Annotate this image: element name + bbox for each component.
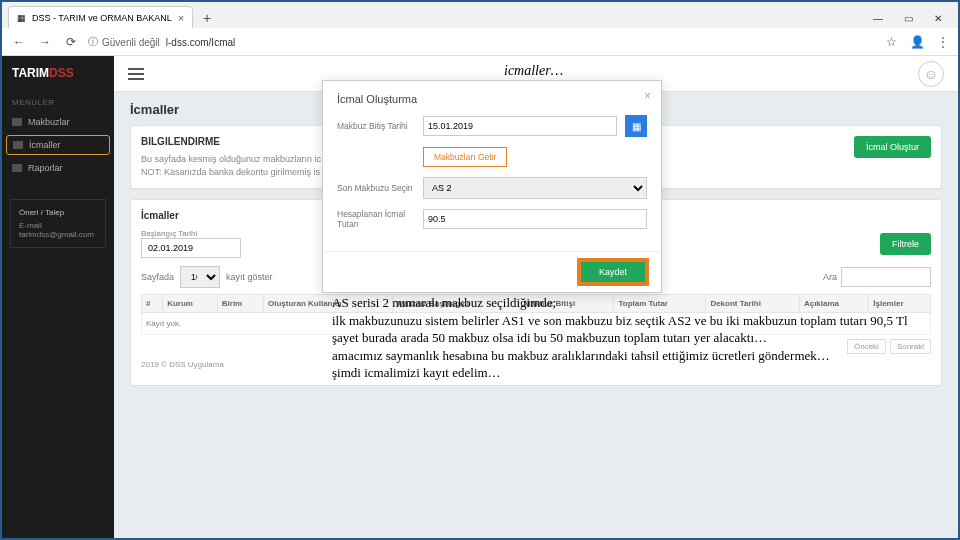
forward-button[interactable]: → — [36, 33, 54, 51]
total-input[interactable] — [423, 209, 647, 229]
fetch-receipts-button[interactable]: Makbuzları Getir — [423, 147, 507, 167]
list-icon — [12, 164, 22, 172]
annotation-title: icmaller… — [504, 62, 563, 81]
url-text: l-dss.com/Icmal — [166, 37, 235, 48]
menu-header: MENÜLER — [2, 94, 114, 111]
support-box: Öneri / Talep E-mail tarimdss@gmail.com — [10, 199, 106, 248]
list-icon — [13, 141, 23, 149]
modal-title: İcmal Oluşturma — [337, 93, 647, 105]
browser-tab[interactable]: ▦ DSS - TARIM ve ORMAN BAKANL × — [8, 6, 193, 28]
per-page-select[interactable]: 10 — [180, 266, 220, 288]
maximize-button[interactable]: ▭ — [894, 8, 922, 28]
annotation-body: AS serisi 2 numaralı makbuz seçildiğimde… — [332, 294, 932, 382]
last-receipt-label: Son Makbuzu Seçin — [337, 183, 415, 193]
sidebar: TARIMDSS MENÜLER Makbuzlar İcmaller Rapo… — [2, 56, 114, 538]
table-header[interactable]: Kurum — [163, 295, 218, 313]
brand-logo: TARIMDSS — [2, 66, 114, 94]
menu-icon[interactable]: ⋮ — [936, 35, 950, 49]
calendar-icon[interactable]: ▦ — [625, 115, 647, 137]
per-page-suffix: kayıt göster — [226, 272, 273, 282]
user-icon[interactable]: 👤 — [910, 35, 924, 49]
address-bar[interactable]: ⓘ Güvenli değil l-dss.com/Icmal — [88, 35, 876, 49]
sidebar-item-icmaller[interactable]: İcmaller — [6, 135, 110, 155]
reload-button[interactable]: ⟳ — [62, 33, 80, 51]
modal-close-icon[interactable]: × — [644, 89, 651, 103]
back-button[interactable]: ← — [10, 33, 28, 51]
save-button[interactable]: Kaydet — [579, 260, 647, 284]
new-tab-button[interactable]: + — [197, 8, 217, 28]
tab-favicon: ▦ — [17, 13, 26, 23]
list-icon — [12, 118, 22, 126]
minimize-button[interactable]: — — [864, 8, 892, 28]
start-date-input[interactable] — [141, 238, 241, 258]
end-date-label: Makbuz Bitiş Tarihi — [337, 121, 415, 131]
search-label: Ara — [823, 272, 837, 282]
create-modal: × İcmal Oluşturma Makbuz Bitiş Tarihi ▦ … — [322, 80, 662, 293]
table-header[interactable]: # — [142, 295, 163, 313]
start-date-label: Başlangıç Tarihi — [141, 229, 241, 238]
close-window-button[interactable]: ✕ — [924, 8, 952, 28]
create-icmal-button[interactable]: İcmal Oluştur — [854, 136, 931, 158]
total-label: Hesaplanan İcmal Tutarı — [337, 209, 415, 229]
per-page-label: Sayfada — [141, 272, 174, 282]
filter-button[interactable]: Filtrele — [880, 233, 931, 255]
end-date-input[interactable] — [423, 116, 617, 136]
table-header[interactable]: Birim — [217, 295, 263, 313]
search-input[interactable] — [841, 267, 931, 287]
close-icon[interactable]: × — [178, 12, 184, 24]
security-info: ⓘ Güvenli değil — [88, 35, 160, 49]
sidebar-item-makbuzlar[interactable]: Makbuzlar — [2, 111, 114, 133]
sidebar-item-raporlar[interactable]: Raporlar — [2, 157, 114, 179]
avatar[interactable]: ☺ — [918, 61, 944, 87]
last-receipt-select[interactable]: AS 2 — [423, 177, 647, 199]
tab-title: DSS - TARIM ve ORMAN BAKANL — [32, 13, 172, 23]
hamburger-icon[interactable] — [128, 68, 144, 80]
star-icon[interactable]: ☆ — [884, 35, 898, 49]
